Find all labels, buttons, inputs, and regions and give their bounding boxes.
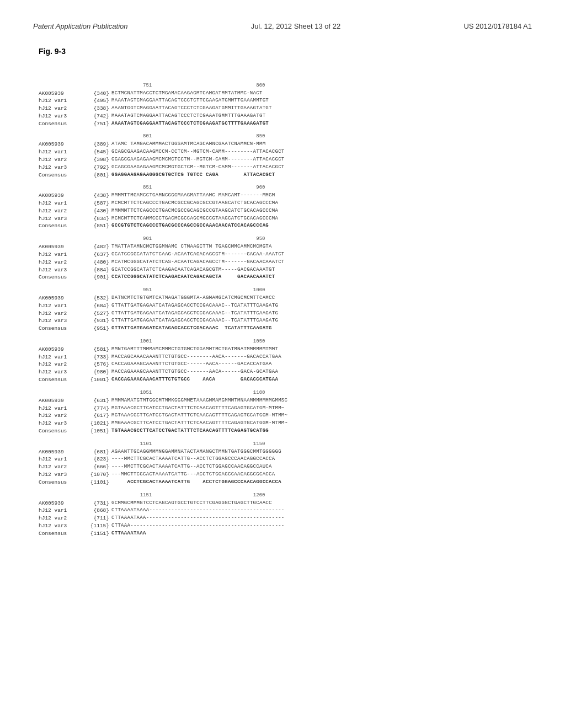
seq-line-3-1: AK005939{438}MMMMTTMGAMCCTGAMNCGGGMAAGMA… <box>39 192 532 200</box>
publication-label: Patent Application Publication <box>33 22 128 30</box>
sequence-position: {532} <box>83 295 111 302</box>
sequence-name: hJ12 var1 <box>39 97 83 105</box>
sequence-data: MMNTGAMTTTMMMAMCMMMCTGTGMCTGGAMMTMCTGATM… <box>111 346 278 354</box>
sequence-data: MCATMCGGGCATATCTCAS-ACAATCAGACAGCCTM----… <box>111 259 285 266</box>
sequence-name: hJ12 var2 <box>39 463 83 471</box>
alignment-block-4: 901 950AK005939{482}TMATTATAMNCMCTGGMNAM… <box>39 235 532 283</box>
alignment-block-2: 801 850AK005939{389}ATAMC TAMGACAMMMACTG… <box>39 133 532 181</box>
seq-line-9-2: hJ12 var1{868}CTTAAAATAAAA--------------… <box>39 507 532 515</box>
sequence-data: ----MMCTTCGCACTAAAATCATTG--ACCTCTGGAGCCC… <box>111 456 275 463</box>
sequence-data: GTTATTGATGAGAATCATAGAGCACCTCCGACAAAC--TC… <box>111 310 278 318</box>
sequence-data: AAAATAGTCGAGGAATTACAGTCCCTCTCGAAGATGCTTT… <box>111 120 269 128</box>
sequence-name: hJ12 var2 <box>39 412 83 420</box>
sheet-info: Jul. 12, 2012 Sheet 13 of 22 <box>251 22 341 30</box>
seq-line-6-2: hJ12 var1{733}MACCAGCAAACAAANTTCTGTGCC--… <box>39 354 532 361</box>
seq-line-9-1: AK005939{731}GCMMGCMMMGTCCTCAGCAGTGCCTGT… <box>39 500 532 507</box>
sequence-data: MMGAAACGCTTCATCCTGACTATTTCTCAACAGTTTTCAG… <box>111 420 287 427</box>
sequence-data: ACCTCGCACTAAAATCATTG ACCTCTGGAGCCCAACAGG… <box>111 479 281 486</box>
seq-line-9-4: hJ12 var3{1115}CTTAAA-------------------… <box>39 522 532 530</box>
sequence-name: hJ12 var2 <box>39 105 83 113</box>
sequence-data: CTTAAA----------------------------------… <box>111 522 285 530</box>
sequence-name: AK005939 <box>39 397 83 405</box>
seq-line-8-5: Consensus{1101} ACCTCGCACTAAAATCATTG ACC… <box>39 479 532 486</box>
seq-line-8-3: hJ12 var2{666}----MMCTTCGCACTAAAATCATTG-… <box>39 463 532 471</box>
sequence-name: hJ12 var3 <box>39 266 83 274</box>
seq-line-5-1: AK005939{532}BATNCMTCTGTGMTCATMAGATGGGMT… <box>39 295 532 302</box>
sequence-position: {438} <box>83 192 111 200</box>
sequence-data: MCMCMTTCTCAGCCCTGACMCGCCGCAGCGCCGTAAGCAT… <box>111 200 278 207</box>
patent-number: US 2012/0178184 A1 <box>463 22 532 30</box>
sequence-position: {931} <box>83 317 111 325</box>
sequence-data: GCAGCGAAGACAAGMCCM-CCTCM--MGTCM-CAMM----… <box>111 148 285 156</box>
page: Patent Application Publication Jul. 12, … <box>0 0 565 728</box>
seq-line-5-3: hJ12 var2{527}GTTATTGATGAGAATCATAGAGCACC… <box>39 310 532 318</box>
sequence-data: CTTAAAATAAA-----------------------------… <box>111 515 285 522</box>
seq-line-1-3: hJ12 var2{338}AAANTGGTCMAGGAATTACAGTCCCT… <box>39 105 532 113</box>
sequence-name: AK005939 <box>39 448 83 456</box>
sequence-name: hJ12 var2 <box>39 207 83 215</box>
sequence-position: {681} <box>83 448 111 456</box>
sequence-data: MMMMAMATGTMTGGCMTMMKGGGMMETAAAGMMAMGMMMT… <box>111 397 287 405</box>
ruler-line: 901 950 <box>39 235 532 243</box>
sequence-data: CCATCCGGGCATATCTCAAGACAATCAGACAGCTA GACA… <box>111 274 275 281</box>
sequence-data: TGTAAACGCCTTCATCCTGACTATTTCTCAACAGTTTTCA… <box>111 427 269 435</box>
sequence-name: AK005939 <box>39 243 83 251</box>
sequence-position: {338} <box>83 105 111 113</box>
sequence-position: {495} <box>83 97 111 105</box>
sequence-position: {480} <box>83 259 111 266</box>
sequence-data: ----MMCTTCGCACTAAAATCATTG--ACCTCTGGAGCCA… <box>111 463 272 471</box>
alignment-block-6: 1001 1050AK005939{581}MMNTGAMTTTMMMAMCMM… <box>39 338 532 386</box>
alignment-block-7: 1051 1100AK005939{631}MMMMAMATGTMTGGCMTM… <box>39 389 532 437</box>
figure-title: Fig. 9-3 <box>39 47 532 56</box>
seq-line-8-4: hJ12 var3{1070}---MMCTTCGCACTAAAATCATTG-… <box>39 471 532 479</box>
seq-line-7-1: AK005939{631}MMMMAMATGTMTGGCMTMMKGGGMMET… <box>39 397 532 405</box>
sequence-name: Consensus <box>39 479 83 486</box>
sequence-position: {834} <box>83 215 111 223</box>
sequence-position: {851} <box>83 222 111 230</box>
sequence-name: hJ12 var1 <box>39 148 83 156</box>
seq-line-2-2: hJ12 var1{545}GCAGCGAAGACAAGMCCM-CCTCM--… <box>39 148 532 156</box>
ruler-line: 951 1000 <box>39 287 532 294</box>
ruler-line: 1001 1050 <box>39 338 532 345</box>
sequence-data: GCATCCGGCATATCTCAAGACAATCAGACAGCGTM-----… <box>111 266 275 274</box>
sequence-data: GGAGGAAGAGAAGGGCGTGCTCG TGTCC CAGA ATTAC… <box>111 172 275 179</box>
seq-line-6-5: Consensus{1001}CACCAGAAACAAACATTTCTGTGCC… <box>39 376 532 384</box>
sequence-position: {1070} <box>83 471 111 479</box>
sequence-name: Consensus <box>39 222 83 230</box>
sequence-data: BCTMCNATTMACCTCTMGAMACAAGAGMTCAMGATMMTAT… <box>111 90 263 98</box>
sequence-name: hJ12 var1 <box>39 302 83 310</box>
sequence-name: hJ12 var3 <box>39 368 83 376</box>
sequence-name: hJ12 var1 <box>39 507 83 515</box>
sequence-position: {587} <box>83 200 111 207</box>
sequence-name: AK005939 <box>39 500 83 507</box>
seq-line-6-3: hJ12 var2{576}CACCAGAAAGCAAANTTCTGTGCC--… <box>39 361 532 368</box>
sequence-data: GCATCCGGCATATCTCAAG-ACAATCAGACAGCGTM----… <box>111 251 285 259</box>
sequence-position: {576} <box>83 361 111 368</box>
sequence-data: GTTATTGATGAGATCATAGAGCACCTCGACAAAC TCATA… <box>111 325 272 333</box>
sequence-position: {711} <box>83 515 111 522</box>
sequence-name: hJ12 var2 <box>39 515 83 522</box>
sequence-data: CACCAGAAAGCAAANTTCTGTGCC------AACA------… <box>111 361 272 368</box>
sequence-name: hJ12 var2 <box>39 361 83 368</box>
sequence-data: TMATTATAMNCMCTGGMNAMC CTMAAGCTTM TGAGCMM… <box>111 243 272 251</box>
seq-line-1-1: AK005939{340}BCTMCNATTMACCTCTMGAMACAAGAG… <box>39 90 532 98</box>
sequence-data: GCCGTGTCTCAGCCCTGACGCCCAGCCGCCAAACAACATC… <box>111 222 269 230</box>
sequence-position: {684} <box>83 302 111 310</box>
sequence-position: {1151} <box>83 530 111 538</box>
seq-line-7-3: hJ12 var2{617}MGTAAACGCTTCATCCTGACTATTTC… <box>39 412 532 420</box>
sequence-data: MCMCMTTCTCAMMCCCTGACMCGCCAGCMGCCGTAAGCAT… <box>111 215 278 223</box>
sequence-name: AK005939 <box>39 346 83 354</box>
alignment-display: 751 800AK005939{340}BCTMCNATTMACCTCTMGAM… <box>39 67 532 539</box>
sequence-position: {581} <box>83 346 111 354</box>
sequence-position: {545} <box>83 148 111 156</box>
seq-line-4-4: hJ12 var3{884}GCATCCGGCATATCTCAAGACAATCA… <box>39 266 532 274</box>
sequence-position: {340} <box>83 90 111 98</box>
sequence-name: AK005939 <box>39 90 83 98</box>
sequence-data: GCAGCGAAGAGAAGMCMCMGTGCTCM--MGTCM-CAMM--… <box>111 164 285 172</box>
sequence-data: CACCAGAAACAAACATTTCTGTGCC AACA GACACCCAT… <box>111 376 278 384</box>
sequence-data: AGAANTTGCAGGMMMNGGAMMNATACTAMANGCTMMNTGA… <box>111 448 281 456</box>
sequence-name: hJ12 var3 <box>39 164 83 172</box>
sequence-name: hJ12 var1 <box>39 456 83 463</box>
sequence-name: hJ12 var3 <box>39 215 83 223</box>
sequence-position: {980} <box>83 368 111 376</box>
